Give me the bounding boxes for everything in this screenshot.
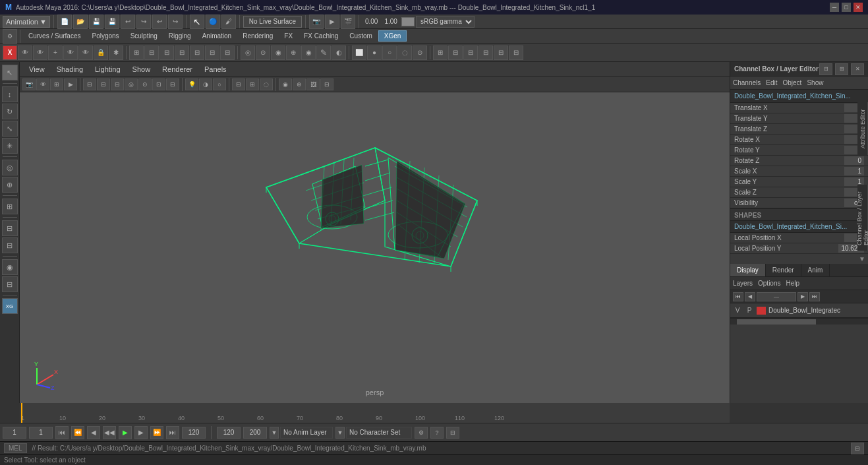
undo2-button[interactable]: ↩ xyxy=(152,15,167,29)
start-frame-input[interactable] xyxy=(29,427,53,439)
tb-look-button[interactable]: 👁 xyxy=(63,46,78,60)
play-back-btn[interactable]: ◀◀ xyxy=(103,426,116,439)
tb-anim5-button[interactable]: ⊟ xyxy=(509,46,523,60)
save-as-button[interactable]: 💾 xyxy=(105,15,119,29)
undo-button[interactable]: ↩ xyxy=(121,15,135,29)
maximize-button[interactable]: □ xyxy=(842,3,851,12)
vp-wire-smooth-btn[interactable]: ⊟ xyxy=(111,78,124,90)
timeline-ruler[interactable]: 1 10 20 30 40 50 60 70 80 90 100 110 120 xyxy=(20,403,730,423)
view-menu[interactable]: View xyxy=(24,64,50,75)
scale-tool[interactable]: ⤡ xyxy=(2,121,18,137)
options-menu-item[interactable]: Options xyxy=(758,280,780,287)
layer-nav-prev[interactable]: ◀ xyxy=(745,292,755,301)
vp-xray-btn[interactable]: ◎ xyxy=(125,78,138,90)
range-end-input[interactable] xyxy=(243,427,267,439)
channel-box-tab[interactable]: Channel Box / Layer Editor xyxy=(857,185,868,251)
rendering-menu[interactable]: Rendering xyxy=(237,31,278,41)
translate-y-row[interactable]: Translate Y 0 xyxy=(730,113,868,124)
rigging-menu[interactable]: Rigging xyxy=(163,31,196,41)
vp-4view-btn[interactable]: ⊞ xyxy=(50,78,63,90)
rotate-z-row[interactable]: Rotate Z 0 xyxy=(730,156,868,166)
tb-render2-button[interactable]: ◐ xyxy=(332,46,346,60)
scale-x-row[interactable]: Scale X 1 xyxy=(730,166,868,177)
bc-expand-btn[interactable]: ⊟ xyxy=(446,427,459,439)
rotate-x-row[interactable]: Rotate X 0 xyxy=(730,135,868,145)
polygons-menu[interactable]: Polygons xyxy=(86,31,124,41)
show-menu[interactable]: Show xyxy=(127,64,156,75)
tb-transform-button[interactable]: ⊞ xyxy=(129,46,144,60)
save-button[interactable]: 💾 xyxy=(89,15,103,29)
vp-iso-btn[interactable]: ⊡ xyxy=(152,78,165,90)
step-forward-btn[interactable]: ⏩ xyxy=(150,426,163,439)
end-frame-input[interactable] xyxy=(182,427,206,439)
channels-menu-item[interactable]: Channels xyxy=(733,79,761,86)
go-to-end-btn[interactable]: ⏭ xyxy=(166,426,179,439)
scale-z-row[interactable]: Scale Z 1 xyxy=(730,187,868,198)
vp-persp-btn[interactable]: 👁 xyxy=(36,78,49,90)
vp-anim-btn[interactable]: ▶ xyxy=(64,78,77,90)
viewport-3d[interactable]: X Y Z persp xyxy=(20,92,730,403)
playback-end-input[interactable] xyxy=(217,427,241,439)
no-live-surface-button[interactable]: No Live Surface xyxy=(243,16,302,28)
tb-snap4-button[interactable]: ⊕ xyxy=(286,46,301,60)
tb-render3-button[interactable]: ● xyxy=(367,46,382,60)
tb-paint-button[interactable]: ✎ xyxy=(316,46,331,60)
settings-button[interactable]: ⚙ xyxy=(3,29,17,44)
vp-jtsel-btn[interactable]: ⊙ xyxy=(138,78,152,90)
layer-nav-center[interactable]: ― xyxy=(757,292,796,301)
xgen-menu[interactable]: XGen xyxy=(378,30,407,42)
tb-anim1-button[interactable]: ⊟ xyxy=(448,46,463,60)
soft-mod-tool[interactable]: ◎ xyxy=(2,160,18,175)
lasso-button[interactable]: 🔵 xyxy=(206,15,220,29)
scale-y-row[interactable]: Scale Y 1 xyxy=(730,177,868,187)
panel-collapse-btn[interactable]: ⊟ xyxy=(819,63,832,75)
lighting-menu[interactable]: Lighting xyxy=(90,64,126,75)
tb-x-button[interactable]: X xyxy=(3,46,17,60)
paint-sel-button[interactable]: 🖌 xyxy=(221,15,236,29)
vp-img-btn[interactable]: 🖼 xyxy=(306,78,320,90)
tb-r3-button[interactable]: ◌ xyxy=(397,46,412,60)
render-lt[interactable]: ◉ xyxy=(2,259,18,275)
layer-nav-prev-prev[interactable]: ⏮ xyxy=(733,292,743,301)
ipr-button[interactable]: 🎬 xyxy=(341,15,355,29)
fx-menu[interactable]: FX xyxy=(279,31,298,41)
open-button[interactable]: 📂 xyxy=(73,15,88,29)
redo2-button[interactable]: ↪ xyxy=(168,15,183,29)
current-frame-input[interactable] xyxy=(3,427,26,439)
tb-softsel-button[interactable]: ◉ xyxy=(301,46,316,60)
attribute-editor-tab[interactable]: Attribute Editor xyxy=(857,102,868,155)
vp-snap-btn[interactable]: ⊕ xyxy=(293,78,306,90)
tb-persp2-button[interactable]: 👁 xyxy=(33,46,47,60)
translate-tool[interactable]: ↕ xyxy=(2,86,18,102)
color-swatch[interactable] xyxy=(401,17,415,26)
layer-nav-next[interactable]: ▶ xyxy=(797,292,808,301)
anim-layer-toggle[interactable]: ▼ xyxy=(270,427,279,439)
close-button[interactable]: ✕ xyxy=(854,3,863,12)
tb-move-button[interactable]: ✱ xyxy=(109,46,123,60)
gamma-selector[interactable]: sRGB gamma xyxy=(416,16,475,28)
display-tab[interactable]: Display xyxy=(730,264,766,276)
rotate-y-row[interactable]: Rotate Y 0 xyxy=(730,145,868,156)
redo-button[interactable]: ↪ xyxy=(136,15,151,29)
tb-view6-button[interactable]: ⊟ xyxy=(220,46,235,60)
tb-r4-button[interactable]: ⊙ xyxy=(413,46,427,60)
vp-uvtex-btn[interactable]: ⊟ xyxy=(166,78,179,90)
visibility-row[interactable]: Visibility on xyxy=(730,198,868,208)
tb-view5-button[interactable]: ⊟ xyxy=(205,46,219,60)
tb-anim3-button[interactable]: ⊟ xyxy=(478,46,493,60)
tb-view3-button[interactable]: ⊟ xyxy=(175,46,189,60)
fx-caching-menu[interactable]: FX Caching xyxy=(299,31,343,41)
translate-x-row[interactable]: Translate X 0 xyxy=(730,103,868,113)
panel-float-btn[interactable]: ⊞ xyxy=(835,63,848,75)
vp-grid-btn[interactable]: ⊞ xyxy=(246,78,259,90)
bc-help-btn[interactable]: ? xyxy=(430,427,444,439)
xgen-lt[interactable]: XG xyxy=(2,298,18,314)
tb-view2-button[interactable]: ⊟ xyxy=(159,46,174,60)
tb-camera2-button[interactable]: ⬜ xyxy=(352,46,366,60)
vp-cam-btn[interactable]: 📷 xyxy=(22,78,36,90)
panels-menu[interactable]: Panels xyxy=(199,64,232,75)
vp-motion-btn[interactable]: ◌ xyxy=(260,78,273,90)
vp-light-btn[interactable]: 💡 xyxy=(185,78,198,90)
local-pos-x-row[interactable]: Local Position X 0 xyxy=(730,233,868,243)
show-menu-item[interactable]: Show xyxy=(807,79,823,86)
